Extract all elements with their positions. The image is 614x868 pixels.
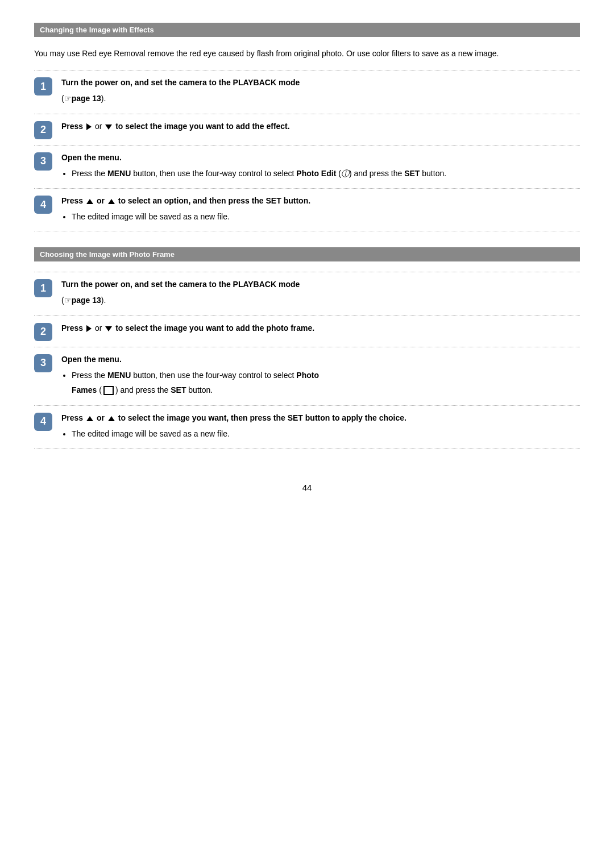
- step-content-s2-2: Press or to select the image you want to…: [61, 322, 580, 338]
- step-content-s1-4: Press or to select an option, and then p…: [61, 194, 580, 225]
- step2-s2-suffix: to select the image you want to add the …: [115, 323, 314, 333]
- step1-s1-bold: Turn the power on, and set the camera to…: [61, 78, 300, 87]
- step-content-s2-4: Press or to select the image you want, t…: [61, 412, 580, 442]
- step-content-s2-1: Turn the power on, and set the camera to…: [61, 278, 580, 310]
- step2-s2-or: or: [95, 323, 104, 333]
- step1-s2-bold: Turn the power on, and set the camera to…: [61, 280, 300, 289]
- step-number-s1-2: 2: [34, 121, 52, 139]
- step-number-s2-2: 2: [34, 323, 52, 341]
- step4-s2-arrow-up: [86, 416, 93, 421]
- step4-s2-or: or: [97, 413, 107, 422]
- step-number-s2-3: 3: [34, 354, 52, 372]
- step4-s2-suffix: to select the image you want, then press…: [118, 413, 406, 422]
- step4-s2-arrow-up2: [108, 416, 115, 421]
- frames-icon: [103, 386, 114, 395]
- page-number: 44: [34, 483, 580, 492]
- section1-step4: 4 Press or to select an option, and then…: [34, 188, 580, 231]
- step3-s2-fames: Fames () and press the SET button.: [72, 385, 213, 394]
- section2-header-text: Choosing the Image with Photo Frame: [40, 250, 175, 259]
- step4-s1-bullet1: The edited image will be saved as a new …: [72, 210, 580, 223]
- step-content-s1-2: Press or to select the image you want to…: [61, 120, 580, 136]
- step-content-s1-1: Turn the power on, and set the camera to…: [61, 76, 580, 108]
- section1-step1: 1 Turn the power on, and set the camera …: [34, 70, 580, 114]
- step2-s1-press: Press: [61, 122, 85, 131]
- section1-header-bar: Changing the Image with Effects: [34, 23, 580, 37]
- section2-step4: 4 Press or to select the image you want,…: [34, 405, 580, 448]
- section1-header-text: Changing the Image with Effects: [40, 26, 154, 34]
- section2-step2: 2 Press or to select the image you want …: [34, 315, 580, 347]
- step4-s1-arrow-up: [86, 199, 93, 204]
- step3-s1-bullet1: Press the MENU button, then use the four…: [72, 167, 580, 180]
- step4-s1-or: or: [97, 196, 107, 205]
- step-number-s1-3: 3: [34, 152, 52, 171]
- step2-s1-arrow-right: [86, 123, 92, 130]
- step2-s1-suffix: to select the image you want to add the …: [115, 122, 290, 131]
- step-number-s1-1: 1: [34, 77, 52, 95]
- page-number-text: 44: [302, 483, 312, 492]
- step2-s2-arrow-down: [105, 326, 112, 331]
- step2-s2-arrow-right: [86, 325, 92, 332]
- section1-step2: 2 Press or to select the image you want …: [34, 114, 580, 145]
- step-number-s1-4: 4: [34, 196, 52, 214]
- step2-s1-or: or: [95, 122, 104, 131]
- step-content-s2-3: Open the menu. Press the MENU button, th…: [61, 353, 580, 400]
- section1-step3: 3 Open the menu. Press the MENU button, …: [34, 145, 580, 188]
- step1-s2-pageref: (☞page 13).: [61, 296, 106, 305]
- step2-s1-arrow-down: [105, 124, 112, 130]
- step2-s2-press: Press: [61, 323, 85, 333]
- step4-s1-arrow-up2: [108, 199, 115, 204]
- step4-s1-press: Press: [61, 196, 85, 205]
- step3-s1-main: Open the menu.: [61, 153, 122, 162]
- section2-step1: 1 Turn the power on, and set the camera …: [34, 272, 580, 315]
- step3-s2-bullet1: Press the MENU button, then use the four…: [72, 369, 580, 381]
- section2-header-bar: Choosing the Image with Photo Frame: [34, 247, 580, 261]
- step-number-s2-1: 1: [34, 279, 52, 297]
- section2-step3: 3 Open the menu. Press the MENU button, …: [34, 347, 580, 405]
- step4-s1-suffix: to select an option, and then press the …: [118, 196, 310, 205]
- step-number-s2-4: 4: [34, 413, 52, 431]
- step1-s1-pageref: (☞page 13).: [61, 94, 106, 103]
- step3-s2-main: Open the menu.: [61, 355, 122, 364]
- step4-s2-bullet1: The edited image will be saved as a new …: [72, 427, 580, 440]
- section1-intro-text: You may use Red eye Removal remove the r…: [34, 49, 499, 58]
- step-content-s1-3: Open the menu. Press the MENU button, th…: [61, 151, 580, 182]
- section1-intro: You may use Red eye Removal remove the r…: [34, 47, 580, 60]
- step4-s2-press: Press: [61, 413, 85, 422]
